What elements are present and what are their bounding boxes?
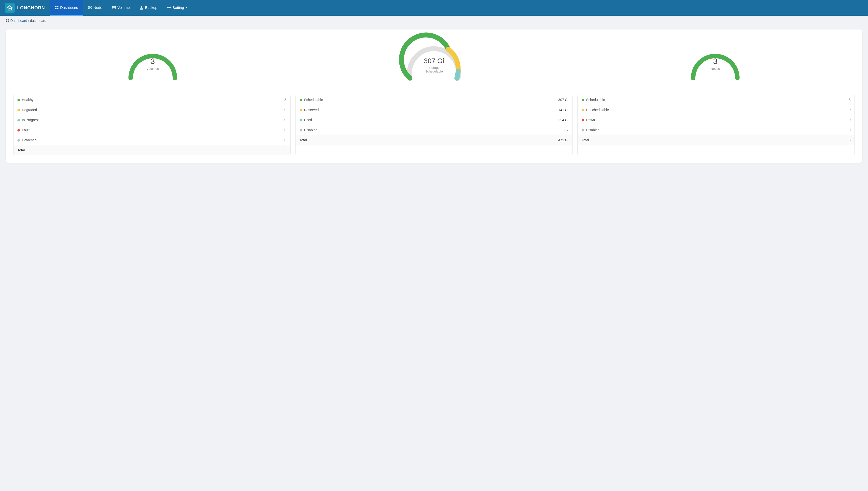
volumes-total-row: Total 3 xyxy=(13,145,290,155)
nav-setting[interactable]: Setting xyxy=(162,0,193,16)
svg-point-0 xyxy=(9,8,10,9)
nodes-value: 3 xyxy=(711,57,720,66)
svg-rect-6 xyxy=(90,6,91,7)
breadcrumb-current: dashboard xyxy=(30,19,46,23)
nodes-label: Nodes xyxy=(711,67,720,70)
dot-yellow xyxy=(18,109,20,111)
table-row: Detached 0 xyxy=(13,135,290,145)
nodes-gauge-center: 3 Nodes xyxy=(711,57,720,70)
table-row: Schedulable 3 xyxy=(578,95,855,105)
nav-volume[interactable]: Volume xyxy=(107,0,134,16)
table-row: Schedulable 307 Gi xyxy=(296,95,572,105)
svg-rect-13 xyxy=(6,19,7,20)
dot-yellow xyxy=(300,109,302,111)
volumes-gauge: 3 Volumes xyxy=(126,41,180,81)
dot-green xyxy=(300,99,302,101)
volumes-stats-table: Healthy 3 Degraded 0 In Progress 0 Fault… xyxy=(13,95,290,155)
stats-row: Healthy 3 Degraded 0 In Progress 0 Fault… xyxy=(13,95,855,155)
nav-dashboard[interactable]: Dashboard xyxy=(50,0,83,16)
storage-label: Storage Schedulable xyxy=(419,66,449,73)
table-row: Disabled 0 xyxy=(578,125,855,135)
nodes-stats-table: Schedulable 3 Unschedulable 0 Down 0 Dis… xyxy=(578,95,855,145)
svg-rect-8 xyxy=(90,8,91,9)
main-nav: Dashboard Node Volume Backup Setting xyxy=(50,0,193,16)
table-row: Disabled 0 Bi xyxy=(296,125,572,135)
app-name: LONGHORN xyxy=(17,5,45,10)
volumes-label: Volumes xyxy=(147,67,159,70)
logo-area: LONGHORN xyxy=(0,0,50,16)
nodes-gauge: 3 Nodes xyxy=(688,41,742,81)
nav-backup[interactable]: Backup xyxy=(134,0,162,16)
dashboard-card: 3 Volumes xyxy=(6,29,862,163)
svg-rect-9 xyxy=(112,6,116,9)
svg-rect-4 xyxy=(57,8,58,9)
svg-rect-1 xyxy=(55,6,57,7)
nav-node[interactable]: Node xyxy=(83,0,107,16)
table-row: Fault 0 xyxy=(13,125,290,135)
dot-gray xyxy=(18,139,20,142)
storage-gauge-center: 307 Gi Storage Schedulable xyxy=(419,57,449,73)
table-row: Reserved 141 Gi xyxy=(296,105,572,115)
table-row: In Progress 0 xyxy=(13,115,290,125)
storage-stats-panel: Schedulable 307 Gi Reserved 141 Gi Used … xyxy=(296,95,573,155)
svg-rect-5 xyxy=(88,6,90,7)
dot-yellow xyxy=(582,109,584,111)
nodes-stats-panel: Schedulable 3 Unschedulable 0 Down 0 Dis… xyxy=(578,95,855,155)
volumes-gauge-wrap: 3 Volumes xyxy=(126,41,180,81)
gauges-row: 3 Volumes xyxy=(13,37,855,85)
svg-rect-2 xyxy=(57,6,58,7)
volumes-stats-panel: Healthy 3 Degraded 0 In Progress 0 Fault… xyxy=(13,95,290,155)
svg-rect-14 xyxy=(8,19,9,20)
breadcrumb: Dashboard / dashboard xyxy=(0,16,868,26)
dot-blue xyxy=(18,119,20,121)
svg-rect-16 xyxy=(8,21,9,22)
header: LONGHORN Dashboard Node Volume Backup Se… xyxy=(0,0,868,16)
breadcrumb-home[interactable]: Dashboard xyxy=(10,19,27,23)
dot-gray xyxy=(582,129,584,132)
table-row: Healthy 3 xyxy=(13,95,290,105)
storage-stats-table: Schedulable 307 Gi Reserved 141 Gi Used … xyxy=(296,95,572,145)
volumes-value: 3 xyxy=(147,57,159,66)
dot-green xyxy=(582,99,584,101)
dot-red xyxy=(582,119,584,121)
dot-blue xyxy=(300,119,302,121)
logo-icon xyxy=(5,3,15,13)
table-row: Unschedulable 0 xyxy=(578,105,855,115)
storage-total-row: Total 471 Gi xyxy=(296,135,572,145)
dot-gray xyxy=(300,129,302,132)
svg-rect-7 xyxy=(88,8,90,9)
svg-rect-15 xyxy=(6,21,7,22)
volumes-gauge-center: 3 Volumes xyxy=(147,57,159,70)
table-row: Down 0 xyxy=(578,115,855,125)
main-content: 3 Volumes xyxy=(0,26,868,167)
svg-rect-3 xyxy=(55,8,57,9)
nodes-total-row: Total 3 xyxy=(578,135,855,145)
dot-green xyxy=(18,99,20,101)
storage-value: 307 Gi xyxy=(419,57,449,65)
storage-gauge: 307 Gi Storage Schedulable xyxy=(405,37,463,85)
table-row: Degraded 0 xyxy=(13,105,290,115)
storage-gauge-wrap: 307 Gi Storage Schedulable xyxy=(405,37,463,85)
svg-rect-11 xyxy=(140,8,143,9)
dot-red xyxy=(18,129,20,132)
table-row: Used 22.4 Gi xyxy=(296,115,572,125)
nodes-gauge-wrap: 3 Nodes xyxy=(688,41,742,81)
svg-point-12 xyxy=(168,7,170,8)
